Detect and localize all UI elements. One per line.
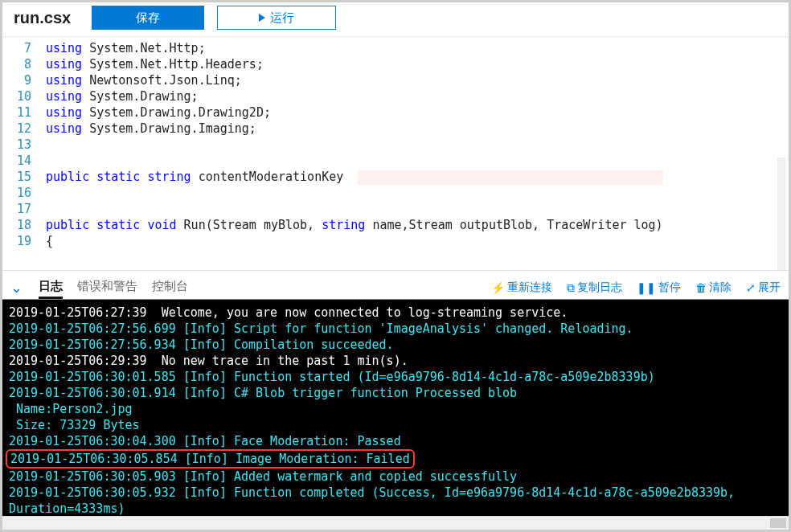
log-line: 2019-01-25T06:30:05.854 [Info] Image Mod…	[9, 449, 782, 469]
code-line[interactable]: public static void Run(Stream myBlob, st…	[46, 217, 773, 233]
line-number: 7	[2, 40, 31, 56]
editor-scrollbar-thumb[interactable]	[777, 158, 785, 270]
line-number: 18	[2, 217, 31, 233]
log-line: 2019-01-25T06:30:04.300 [Info] Face Mode…	[9, 433, 782, 449]
save-button[interactable]: 保存	[92, 6, 204, 30]
tab-logs[interactable]: 日志	[39, 276, 63, 299]
expand-icon: ⤢	[746, 282, 756, 293]
line-number: 15	[2, 169, 31, 185]
log-line: 2019-01-25T06:27:56.699 [Info] Script fo…	[9, 321, 782, 337]
code-line[interactable]	[46, 201, 773, 217]
line-number: 10	[2, 88, 31, 104]
collapse-panel-icon[interactable]: ⌄	[10, 279, 24, 297]
run-button-label: 运行	[270, 10, 294, 26]
code-editor[interactable]: 78910111213141516171819 using System.Net…	[2, 37, 789, 270]
editor-header: run.csx 保存 运行	[2, 2, 789, 37]
line-number: 11	[2, 104, 31, 121]
code-line[interactable]: using System.Drawing.Imaging;	[46, 121, 773, 137]
file-title: run.csx	[14, 9, 71, 27]
copy-icon: ⧉	[567, 282, 575, 293]
line-number: 8	[2, 56, 31, 72]
line-number: 19	[2, 233, 31, 249]
code-line[interactable]: {	[46, 233, 773, 249]
line-number: 17	[2, 201, 31, 217]
log-line: Size: 73329 Bytes	[9, 417, 782, 433]
play-icon	[259, 14, 265, 22]
code-content[interactable]: using System.Net.Http;using System.Net.H…	[46, 40, 773, 249]
code-line[interactable]: public static string contentModerationKe…	[46, 169, 773, 185]
code-line[interactable]: using System.Drawing;	[46, 88, 773, 104]
log-line: 2019-01-25T06:27:39 Welcome, you are now…	[9, 305, 782, 321]
line-number: 14	[2, 153, 31, 169]
copy-logs-link[interactable]: ⧉ 复制日志	[567, 280, 622, 295]
log-line: 2019-01-25T06:30:05.903 [Info] Added wat…	[9, 469, 782, 485]
code-line[interactable]	[46, 185, 773, 201]
log-line: Duration=4333ms)	[9, 501, 782, 516]
run-button[interactable]: 运行	[217, 6, 336, 30]
save-button-label: 保存	[136, 10, 160, 26]
output-panel-tabs: ⌄ 日志 错误和警告 控制台 ⚡ 重新连接 ⧉ 复制日志 ❚❚ 暂停 🗑 清除 …	[2, 270, 789, 299]
reconnect-link[interactable]: ⚡ 重新连接	[491, 280, 552, 295]
clear-link[interactable]: 🗑 清除	[695, 280, 732, 295]
clear-icon: 🗑	[695, 282, 707, 293]
log-line: 2019-01-25T06:30:05.932 [Info] Function …	[9, 485, 782, 501]
line-number: 13	[2, 137, 31, 153]
code-line[interactable]: using Newtonsoft.Json.Linq;	[46, 72, 773, 88]
code-line[interactable]: using System.Drawing.Drawing2D;	[46, 104, 773, 121]
line-number: 16	[2, 185, 31, 201]
expand-link[interactable]: ⤢ 展开	[746, 280, 781, 295]
log-console[interactable]: 2019-01-25T06:27:39 Welcome, you are now…	[2, 299, 789, 516]
tab-console[interactable]: 控制台	[152, 276, 188, 299]
code-line[interactable]: using System.Net.Http.Headers;	[46, 56, 773, 72]
code-line[interactable]: using System.Net.Http;	[46, 40, 773, 56]
log-line: 2019-01-25T06:27:56.934 [Info] Compilati…	[9, 337, 782, 353]
line-number: 12	[2, 121, 31, 137]
log-line: 2019-01-25T06:30:01.914 [Info] C# Blob t…	[9, 385, 782, 401]
line-number: 9	[2, 72, 31, 88]
pause-link[interactable]: ❚❚ 暂停	[637, 280, 681, 295]
horizontal-scrollbar[interactable]	[2, 516, 789, 530]
line-number-gutter: 78910111213141516171819	[2, 37, 39, 270]
code-line[interactable]	[46, 153, 773, 169]
log-line: 2019-01-25T06:30:01.585 [Info] Function …	[9, 369, 782, 385]
log-line: Name:Person2.jpg	[9, 401, 782, 417]
code-line[interactable]	[46, 137, 773, 153]
log-line: 2019-01-25T06:29:39 No new trace in the …	[9, 353, 782, 369]
reconnect-icon: ⚡	[491, 282, 505, 293]
tab-errors-warnings[interactable]: 错误和警告	[77, 276, 137, 299]
pause-icon: ❚❚	[637, 282, 656, 293]
